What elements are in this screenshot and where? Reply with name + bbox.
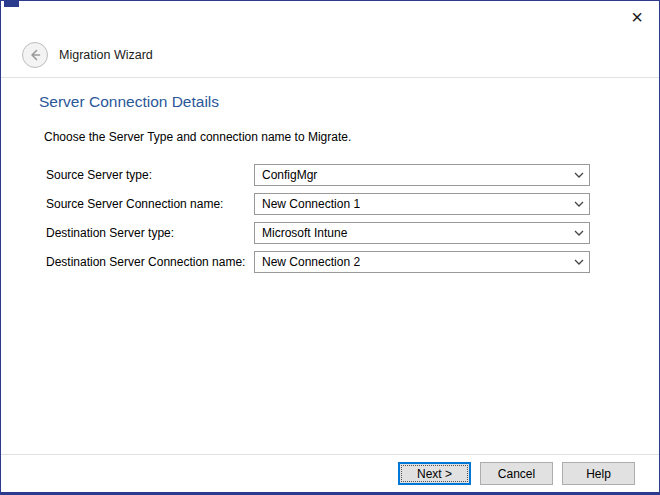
back-button[interactable] [22,42,48,68]
chevron-down-icon [570,224,588,242]
destination-server-type-label: Destination Server type: [46,226,254,240]
source-connection-name-combobox[interactable]: New Connection 1 [254,193,590,215]
source-server-type-label: Source Server type: [46,168,254,182]
destination-connection-name-combobox[interactable]: New Connection 2 [254,251,590,273]
migration-wizard-window: × Migration Wizard Server Connection Det… [0,0,660,495]
destination-connection-name-value: New Connection 2 [262,255,360,269]
source-connection-name-value: New Connection 1 [262,197,360,211]
titlebar: × [1,1,659,33]
form-row-destination-server-type: Destination Server type: Microsoft Intun… [46,222,635,244]
instruction-text: Choose the Server Type and connection na… [44,130,635,144]
source-connection-name-label: Source Server Connection name: [46,197,254,211]
wizard-title: Migration Wizard [59,48,153,62]
source-server-type-value: ConfigMgr [262,168,317,182]
destination-server-type-value: Microsoft Intune [262,226,347,240]
page-content: Server Connection Details Choose the Ser… [1,78,659,273]
next-button[interactable]: Next > [398,462,471,485]
destination-connection-name-label: Destination Server Connection name: [46,255,254,269]
connection-form: Source Server type: ConfigMgr Source Ser… [46,164,635,273]
form-row-source-server-type: Source Server type: ConfigMgr [46,164,635,186]
page-title: Server Connection Details [39,93,635,111]
source-server-type-combobox[interactable]: ConfigMgr [254,164,590,186]
close-icon: × [631,6,643,28]
form-row-destination-connection-name: Destination Server Connection name: New … [46,251,635,273]
chevron-down-icon [570,195,588,213]
chevron-down-icon [570,253,588,271]
close-button[interactable]: × [621,4,653,30]
cancel-button[interactable]: Cancel [480,462,553,485]
wizard-footer: Next > Cancel Help [1,454,659,492]
help-button[interactable]: Help [562,462,635,485]
wizard-header: Migration Wizard [1,33,659,78]
destination-server-type-combobox[interactable]: Microsoft Intune [254,222,590,244]
back-icon [27,47,43,63]
chevron-down-icon [570,166,588,184]
form-row-source-connection-name: Source Server Connection name: New Conne… [46,193,635,215]
